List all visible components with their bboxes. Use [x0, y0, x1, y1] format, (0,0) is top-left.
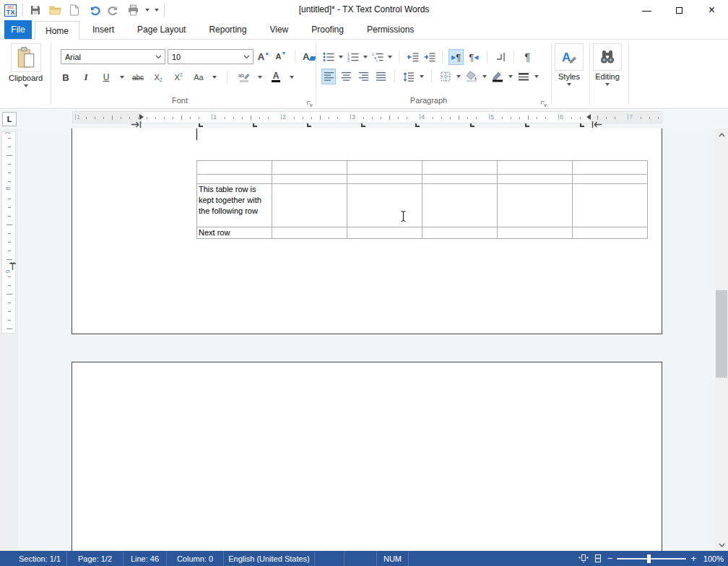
border-color-dropdown[interactable] — [508, 75, 513, 78]
increase-indent-button[interactable] — [422, 50, 436, 64]
table-cell[interactable] — [272, 184, 347, 227]
tab-insert[interactable]: Insert — [82, 20, 124, 39]
table-cell[interactable] — [498, 227, 573, 239]
table-cell[interactable] — [347, 161, 422, 175]
table-cell[interactable] — [197, 161, 272, 175]
align-center-button[interactable] — [339, 69, 352, 84]
borders-button[interactable] — [439, 69, 452, 84]
shading-button[interactable] — [465, 69, 478, 84]
editing-button[interactable]: Editing — [593, 43, 622, 86]
line-spacing-button[interactable] — [402, 69, 415, 84]
table-cell[interactable] — [197, 175, 272, 184]
left-to-right-paragraph-button[interactable]: ▶¶ — [449, 50, 463, 64]
tab-stop-marker[interactable] — [199, 123, 203, 127]
font-size-select[interactable]: 10 — [168, 49, 254, 64]
decrease-indent-button[interactable] — [406, 50, 419, 64]
table-cell[interactable] — [422, 175, 498, 184]
table-cell[interactable] — [498, 175, 573, 184]
bold-button[interactable]: B — [59, 70, 72, 84]
fit-width-icon[interactable] — [593, 554, 603, 563]
multilevel-list-button[interactable]: 1ai — [371, 50, 384, 64]
right-to-left-paragraph-button[interactable]: ¶◀ — [467, 50, 480, 64]
tab-stop-marker[interactable] — [470, 123, 474, 127]
font-dialog-launcher[interactable] — [306, 97, 315, 106]
change-case-button[interactable]: Aa — [192, 70, 205, 84]
underline-button[interactable]: U — [100, 70, 113, 84]
tab-stop-marker[interactable] — [525, 123, 529, 127]
tab-page-layout[interactable]: Page Layout — [127, 20, 196, 39]
multilevel-list-dropdown[interactable] — [388, 56, 392, 58]
table-cell[interactable] — [272, 227, 347, 239]
scroll-up-arrow[interactable] — [715, 129, 728, 141]
tab-proofing[interactable]: Proofing — [301, 20, 354, 39]
table-cell[interactable] — [422, 227, 498, 239]
numbered-list-dropdown[interactable] — [363, 56, 368, 58]
tab-file[interactable]: File — [4, 20, 32, 39]
page-1[interactable]: This table row is kept together with the… — [72, 129, 662, 334]
table-cell[interactable] — [573, 161, 648, 175]
table-cell[interactable]: Next row — [197, 227, 272, 239]
table-cell[interactable] — [573, 175, 648, 184]
bottom-margin-marker[interactable] — [9, 261, 17, 270]
page-2[interactable] — [72, 362, 662, 551]
tab-stop-marker[interactable] — [415, 123, 420, 127]
numbered-list-button[interactable]: 123 — [347, 50, 360, 64]
table-cell[interactable] — [498, 184, 573, 227]
tab-permissions[interactable]: Permissions — [357, 20, 424, 39]
superscript-button[interactable]: X2 — [172, 70, 185, 84]
underline-dropdown[interactable] — [120, 76, 124, 79]
table-cell[interactable] — [347, 184, 422, 227]
styles-button[interactable]: A Styles — [555, 43, 584, 86]
line-style-button[interactable] — [517, 69, 530, 84]
tab-reporting[interactable]: Reporting — [199, 20, 256, 39]
zoom-slider-handle[interactable] — [647, 554, 651, 563]
line-style-dropdown[interactable] — [534, 75, 539, 78]
bullet-list-dropdown[interactable] — [339, 56, 343, 58]
scrollbar-thumb[interactable] — [716, 290, 727, 378]
font-color-button[interactable]: A — [269, 70, 282, 84]
zoom-in-button[interactable]: + — [690, 554, 696, 563]
shading-dropdown[interactable] — [482, 75, 487, 78]
shrink-font-button[interactable]: A▼ — [274, 49, 287, 64]
tab-stop-marker[interactable] — [580, 123, 584, 127]
clipboard-button[interactable]: Clipboard — [9, 43, 43, 87]
minimize-button[interactable]: — — [630, 0, 663, 20]
table-cell[interactable] — [573, 227, 648, 239]
justify-button[interactable] — [374, 69, 387, 84]
table-cell[interactable] — [272, 161, 347, 175]
line-spacing-dropdown[interactable] — [420, 75, 424, 78]
table-cell[interactable] — [272, 175, 347, 184]
bullet-list-button[interactable] — [322, 50, 335, 64]
font-name-select[interactable]: Arial — [61, 49, 165, 64]
borders-dropdown[interactable] — [456, 75, 461, 78]
change-case-dropdown[interactable] — [212, 76, 217, 79]
clipboard-dropdown[interactable] — [24, 84, 28, 87]
vertical-scrollbar[interactable] — [715, 129, 728, 551]
grow-font-button[interactable]: A▲ — [257, 49, 270, 64]
show-formatting-marks-button[interactable]: ¶ — [521, 50, 534, 64]
strikethrough-button[interactable]: abc — [131, 70, 144, 84]
editing-dropdown[interactable] — [605, 83, 610, 86]
table-cell[interactable] — [347, 175, 422, 184]
table-cell[interactable] — [347, 227, 422, 239]
tab-stop-marker[interactable] — [361, 123, 365, 127]
italic-button[interactable]: I — [79, 70, 92, 84]
align-left-button[interactable] — [322, 69, 335, 84]
table-cell[interactable] — [422, 161, 498, 175]
scroll-down-arrow[interactable] — [715, 539, 728, 551]
styles-dropdown[interactable] — [567, 83, 571, 86]
zoom-out-button[interactable]: − — [607, 554, 613, 563]
text-break-button[interactable] — [494, 50, 507, 64]
tab-view[interactable]: View — [259, 20, 298, 39]
zoom-slider[interactable] — [617, 558, 686, 560]
table-cell[interactable] — [573, 184, 648, 227]
paragraph-dialog-launcher[interactable] — [540, 97, 549, 106]
subscript-button[interactable]: X2 — [152, 70, 165, 84]
border-color-button[interactable] — [491, 69, 504, 84]
clear-formatting-button[interactable]: A — [303, 49, 316, 64]
table-cell[interactable] — [498, 161, 573, 175]
maximize-button[interactable] — [663, 0, 696, 20]
table-cell[interactable]: This table row is kept together with the… — [197, 184, 272, 227]
tab-stop-marker[interactable] — [307, 123, 311, 127]
tab-stop-marker[interactable] — [253, 123, 257, 127]
